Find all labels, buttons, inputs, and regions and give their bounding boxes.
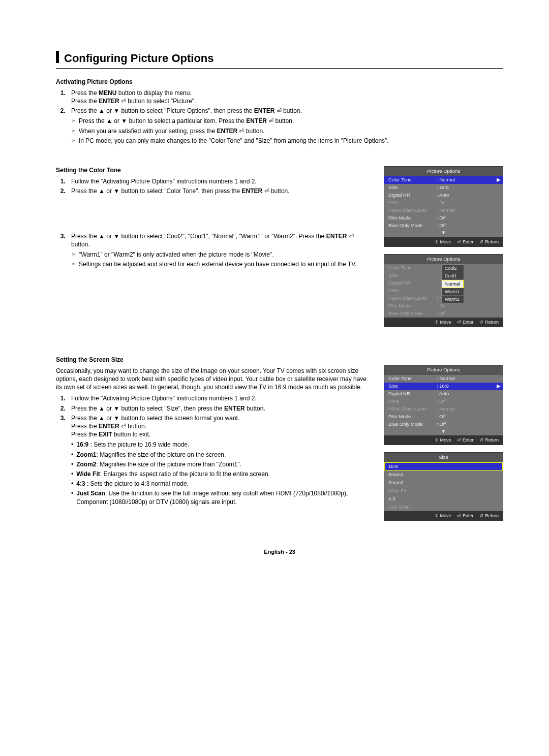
osd1-row-size[interactable]: Size16:9 <box>384 184 503 192</box>
osd3-title: Picture Options <box>384 365 503 375</box>
osd1-row-dnie: DNIeOff <box>384 199 503 207</box>
osd4-title: Size <box>384 453 503 462</box>
section-color-tone: Setting the Color Tone Follow the "Activ… <box>56 166 503 334</box>
opt-normal[interactable]: Normal <box>442 280 464 288</box>
osd3-row-dnie: DNIeOff <box>384 398 503 405</box>
bullet-justscan: Just Scan: Use the function to see the f… <box>71 489 374 506</box>
size-opt-justscan: Just Scan <box>384 503 503 511</box>
colortone-steps: Follow the "Activating Picture Options" … <box>56 177 374 195</box>
bullet-zoom1: Zoom1: Magnifies the size of the picture… <box>71 451 374 459</box>
colortone-dropdown[interactable]: Cool2 Cool1 Normal Warm1 Warm2 <box>441 264 464 304</box>
osd1-footer: ⇕ Move ⏎ Enter ↺ Return <box>384 237 503 246</box>
size-opt-zoom1[interactable]: Zoom1 <box>384 470 503 479</box>
play-icon: ▶ <box>497 177 501 183</box>
opt-warm1[interactable]: Warm1 <box>442 288 464 296</box>
osd1-row-blue[interactable]: Blue Only ModeOff <box>384 222 503 230</box>
osd1-row-colortone[interactable]: Color ToneNormal▶ <box>384 176 503 184</box>
ss-step-3: Press the ▲ or ▼ button to select the sc… <box>67 414 374 439</box>
screensize-intro: Occasionally, you may want to change the… <box>56 367 374 392</box>
note-1: Press the ▲ or ▼ button to select a part… <box>71 117 503 125</box>
size-bullets: 16:9 : Sets the picture to 16:9 wide mod… <box>56 440 374 506</box>
screensize-steps: Follow the "Activating Picture Options" … <box>56 394 374 438</box>
step-2: Press the ▲ or ▼ button to select "Pictu… <box>67 107 503 115</box>
osd3-footer: ⇕ Move ⏎ Enter ↺ Return <box>384 435 503 445</box>
osd2-title: Picture Options <box>384 255 503 264</box>
osd3-down-icon: ▼ <box>384 428 503 436</box>
bullet-widefit: Wide Fit: Enlarges the aspect ratio of t… <box>71 470 374 478</box>
osd1-row-dnr[interactable]: Digital NRAuto <box>384 192 503 199</box>
osd2-footer: ⇕ Move ⏎ Enter ↺ Return <box>384 318 503 327</box>
osd3-row-blue[interactable]: Blue Only ModeOff <box>384 421 503 428</box>
section-activating: Activating Picture Options Press the MEN… <box>56 78 503 145</box>
opt-cool1[interactable]: Cool1 <box>442 272 464 280</box>
heading-screen-size: Setting the Screen Size <box>56 356 374 364</box>
bullet-43: 4:3 : Sets the picture to 4:3 normal mod… <box>71 480 374 488</box>
osd1-title: Picture Options <box>384 167 503 176</box>
osd3-row-dnr[interactable]: Digital NRAuto <box>384 390 503 398</box>
step-1: Press the MENU button to display the men… <box>67 89 503 105</box>
size-opt-widefit: Wide Fit <box>384 487 503 495</box>
osd-panel-size: Size 16:9 Zoom1 Zoom2 Wide Fit 4:3 Just … <box>384 452 503 521</box>
ct-note-1: "Warm1" or "Warm2" is only activated whe… <box>71 250 374 259</box>
size-opt-zoom2[interactable]: Zoom2 <box>384 479 503 487</box>
ct-step-1: Follow the "Activating Picture Options" … <box>67 177 374 185</box>
bullet-169: 16:9 : Sets the picture to 16:9 wide mod… <box>71 440 374 449</box>
size-opt-43[interactable]: 4:3 <box>384 495 503 503</box>
osd3-row-size[interactable]: Size16:9▶ <box>384 383 503 390</box>
osd-panel-3: Picture Options Color ToneNormal Size16:… <box>384 365 503 446</box>
page-footer: English - 23 <box>56 548 503 556</box>
osd3-row-film[interactable]: Film ModeOff <box>384 413 503 421</box>
opt-warm2[interactable]: Warm2 <box>442 296 464 303</box>
opt-cool2[interactable]: Cool2 <box>442 265 464 272</box>
heading-color-tone: Setting the Color Tone <box>56 166 374 174</box>
activating-steps: Press the MENU button to display the men… <box>56 89 503 115</box>
osd-panel-2: Picture Options Color Tone Size Digital … <box>384 254 503 327</box>
osd1-row-hdmi: HDMI Black LevelNormal <box>384 207 503 214</box>
ct-step-3: Press the ▲ or ▼ button to select "Cool2… <box>67 232 374 248</box>
osd4-footer: ⇕ Move ⏎ Enter ↺ Return <box>384 511 503 520</box>
page-title-bar: Configuring Picture Options <box>56 51 503 69</box>
note-3: In PC mode, you can only make changes to… <box>71 137 503 145</box>
play-icon: ▶ <box>497 383 501 390</box>
osd3-row-hdmi: HDMI Black LevelNormal <box>384 405 503 413</box>
colortone-steps-2: Press the ▲ or ▼ button to select "Cool2… <box>56 232 374 248</box>
ss-step-1: Follow the "Activating Picture Options" … <box>67 394 374 402</box>
page-title: Configuring Picture Options <box>64 51 214 66</box>
title-accent <box>56 51 59 63</box>
osd1-down-icon: ▼ <box>384 230 503 237</box>
heading-activating: Activating Picture Options <box>56 78 503 86</box>
ct-step-2: Press the ▲ or ▼ button to select "Color… <box>67 187 374 195</box>
size-opt-169[interactable]: 16:9 <box>384 462 503 470</box>
osd2-row-blue: Blue Only ModeOff <box>384 310 503 318</box>
osd-panel-1: Picture Options Color ToneNormal▶ Size16… <box>384 166 503 247</box>
ss-step-2: Press the ▲ or ▼ button to select "Size"… <box>67 404 374 413</box>
bullet-zoom2: Zoom2: Magnifies the size of the picture… <box>71 460 374 468</box>
note-2: When you are satisfied with your setting… <box>71 127 503 135</box>
osd3-row-colortone[interactable]: Color ToneNormal <box>384 375 503 383</box>
ct-note-2: Settings can be adjusted and stored for … <box>71 260 374 268</box>
section-screen-size: Setting the Screen Size Occasionally, yo… <box>56 356 503 528</box>
osd1-row-film[interactable]: Film ModeOff <box>384 214 503 222</box>
